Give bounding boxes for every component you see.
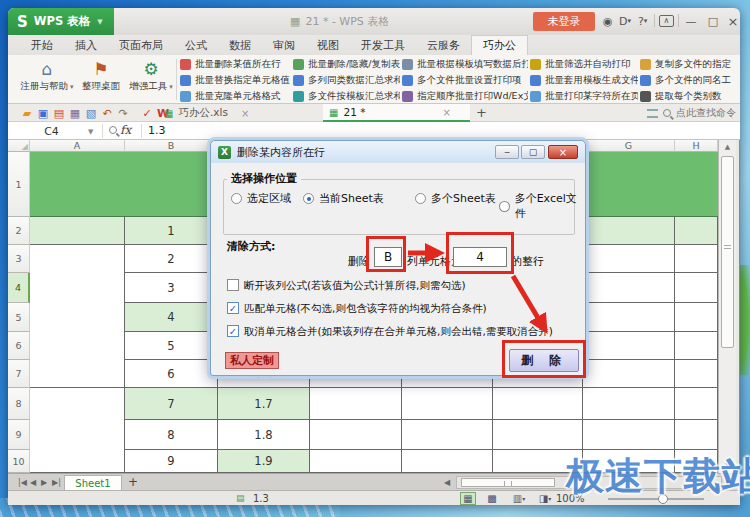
ribbon-item[interactable]: 批量克隆单元格格式 <box>180 89 291 103</box>
row-header-5[interactable]: 5 <box>8 303 30 332</box>
ribbon-item[interactable]: 多个文件批量设置打印项 <box>402 73 528 87</box>
zoom-slider[interactable] <box>608 498 704 500</box>
cell-G3[interactable] <box>583 245 675 273</box>
cell-B5[interactable]: 4 <box>125 303 218 332</box>
dialog-minimize-icon[interactable]: ‒ <box>495 145 519 159</box>
cell-B2[interactable]: 1 <box>125 217 218 245</box>
cell-D9[interactable] <box>310 420 402 450</box>
row-header-4[interactable]: 4 <box>8 273 30 303</box>
last-sheet-icon[interactable]: ▶| <box>52 478 61 487</box>
print-preview-icon[interactable]: ▧ <box>84 106 98 120</box>
cell-G6[interactable] <box>583 332 675 360</box>
menu-tab-巧办公[interactable]: 巧办公 <box>471 35 528 55</box>
close-tab-icon[interactable]: × <box>241 108 249 119</box>
help-icon[interactable]: ?▾ <box>638 13 647 29</box>
ribbon-item[interactable]: 批量删除某值所在行 <box>180 57 291 71</box>
cell-G4[interactable] <box>583 273 675 303</box>
print-icon[interactable]: ▦ <box>68 106 82 120</box>
cell-H8[interactable] <box>675 388 718 420</box>
redo-icon[interactable]: ↷ <box>116 106 130 120</box>
ribbon-item[interactable]: 批量打印某字符所在页 <box>530 89 638 103</box>
prev-sheet-icon[interactable]: ◀ <box>30 478 36 487</box>
radio-多个Sheet表[interactable]: 多个Sheet表 <box>415 191 496 206</box>
cell-B4[interactable]: 3 <box>125 273 218 303</box>
col-header-B[interactable]: B <box>125 140 218 152</box>
zoom-slider-handle[interactable] <box>658 494 668 504</box>
doc-tab-21[interactable]: ▦ 21 * × <box>323 104 470 122</box>
fx-icon[interactable]: fx <box>120 123 131 137</box>
first-sheet-icon[interactable]: |◀ <box>18 478 27 487</box>
cell-B7[interactable]: 6 <box>125 360 218 388</box>
normal-view-icon[interactable]: ▦ <box>460 492 476 505</box>
enhance-tools-button[interactable]: ⚙ 增强工具 ▾ <box>126 58 176 102</box>
ribbon-item[interactable]: 批量筛选并自动打印 <box>530 57 638 71</box>
row-header-6[interactable]: 6 <box>8 332 30 360</box>
login-button[interactable]: 未登录 <box>533 12 595 31</box>
name-box[interactable]: C4 <box>8 122 95 140</box>
cell-B3[interactable]: 2 <box>125 245 218 273</box>
reading-view-icon[interactable]: ◨▾ <box>534 492 556 505</box>
cell-F10[interactable] <box>493 450 583 473</box>
cell-F8[interactable] <box>493 388 583 420</box>
ribbon-item[interactable]: 复制多文件的指定 <box>640 57 740 71</box>
cell-H2[interactable] <box>675 217 718 245</box>
menu-tab-插入[interactable]: 插入 <box>64 35 108 55</box>
delete-button[interactable]: 删 除 <box>509 349 579 372</box>
scroll-down-icon[interactable]: ▼ <box>721 462 734 470</box>
ribbon-item[interactable]: 多列同类数据汇总求和 <box>293 73 400 87</box>
menu-tab-开始[interactable]: 开始 <box>20 35 64 55</box>
cell-G9[interactable] <box>583 420 675 450</box>
radio-选定区域[interactable]: 选定区域 <box>231 191 291 206</box>
vertical-scrollbar[interactable]: ▲ ▼ <box>718 140 736 473</box>
cell-E9[interactable] <box>402 420 493 450</box>
vertical-scroll-thumb[interactable] <box>721 156 734 348</box>
dialog-maximize-icon[interactable]: ▢ <box>521 145 545 159</box>
ribbon-item[interactable]: 指定顺序批量打印Wd/Ex文件 <box>402 89 528 103</box>
col-header-G[interactable]: G <box>583 140 675 152</box>
checkbox-option-1[interactable]: 断开该列公式(若该值为公式计算所得,则需勾选) <box>227 279 466 293</box>
cell-G5[interactable] <box>583 303 675 332</box>
cell-G10[interactable] <box>583 450 675 473</box>
checkbox-option-3[interactable]: ✓取消单元格合并(如果该列存在合并单元格,则会出错,需要取消合并) <box>227 325 553 339</box>
cell-A2[interactable] <box>30 217 125 245</box>
cell-C9[interactable]: 1.8 <box>218 420 310 450</box>
cell-B8[interactable]: 7 <box>125 388 218 420</box>
maximize-icon[interactable]: □ <box>706 13 720 29</box>
save-icon[interactable]: ▣ <box>36 106 50 120</box>
hide-ribbon-icon[interactable]: ∧ <box>659 13 674 29</box>
dialog-close-icon[interactable]: × <box>548 145 578 159</box>
cell-G8[interactable] <box>583 388 675 420</box>
cell-H10[interactable] <box>675 450 718 473</box>
ribbon-item[interactable]: 批量替换指定单元格值 <box>180 73 291 87</box>
cell-G2[interactable] <box>583 217 675 245</box>
open-folder-icon[interactable]: ▰ <box>20 106 34 120</box>
cell-G7[interactable] <box>583 360 675 388</box>
menu-tab-页面布局[interactable]: 页面布局 <box>108 35 174 55</box>
scroll-up-icon[interactable]: ▲ <box>721 143 734 151</box>
column-input[interactable] <box>374 247 402 267</box>
magnifier-icon[interactable] <box>109 126 117 134</box>
skin-icon[interactable]: D▾ <box>619 13 631 29</box>
zoom-level[interactable]: 100% <box>556 493 585 504</box>
cell-B9[interactable]: 8 <box>125 420 218 450</box>
radio-多个Excel文件[interactable]: 多个Excel文件 <box>499 191 585 221</box>
ribbon-item[interactable]: 批量根据模板填写数据后打印 <box>402 57 528 71</box>
close-tab-icon[interactable]: × <box>442 107 450 118</box>
col-header-A[interactable]: A <box>30 140 125 152</box>
menu-tab-开发工具[interactable]: 开发工具 <box>350 35 416 55</box>
ribbon-item[interactable]: 批量删除/隐藏/复制表 <box>293 57 400 71</box>
ribbon-item[interactable]: 多文件按模板汇总求和 <box>293 89 400 103</box>
chevron-down-icon[interactable]: ▼ <box>88 128 93 136</box>
cell-H5[interactable] <box>675 303 718 332</box>
private-custom-button[interactable]: 私人定制 <box>225 352 279 369</box>
minimize-icon[interactable]: — <box>684 13 698 29</box>
hscroll-left-icon[interactable]: ◀ <box>444 478 450 487</box>
ribbon-item[interactable]: 批量套用模板生成文件 <box>530 73 638 87</box>
select-all-corner[interactable]: ◢ <box>8 140 30 152</box>
find-command[interactable]: 点此查找命令 <box>647 106 736 120</box>
cell-H3[interactable] <box>675 245 718 273</box>
menu-tab-审阅[interactable]: 审阅 <box>262 35 306 55</box>
cell-F9[interactable] <box>493 420 583 450</box>
red-check-icon[interactable]: ✓ <box>140 106 154 120</box>
menu-tab-视图[interactable]: 视图 <box>306 35 350 55</box>
